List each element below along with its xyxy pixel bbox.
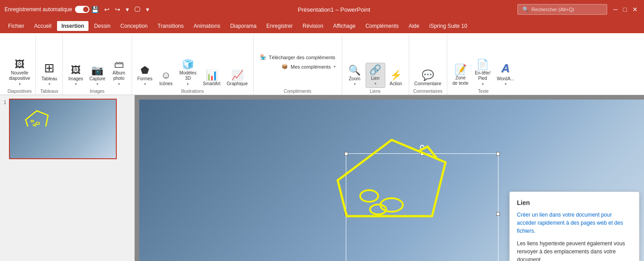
svg-marker-3 bbox=[338, 140, 446, 216]
zone-texte-button[interactable]: 📝 Zonede texte bbox=[450, 63, 472, 88]
formes-button[interactable]: ⬟ Formes ▾ bbox=[135, 64, 155, 88]
capture-button[interactable]: 📷 Capture ▾ bbox=[87, 64, 108, 88]
dropdown-icon: ▾ bbox=[354, 82, 356, 86]
ribbon-section-complements: 🏪 Télécharger des compléments 📦 Mes comp… bbox=[254, 35, 342, 95]
canvas-area: Lien Créer un lien dans votre document p… bbox=[135, 95, 644, 261]
menu-ispring[interactable]: iSpring Suite 10 bbox=[425, 21, 472, 31]
album-photo-button[interactable]: 🗃 Albumphoto ▾ bbox=[109, 58, 129, 88]
save-button[interactable]: 💾 bbox=[89, 5, 101, 14]
wordart-icon: A bbox=[501, 61, 510, 75]
link-popup: Lien Créer un lien dans votre document p… bbox=[509, 191, 640, 261]
main-area: 1 bbox=[0, 95, 644, 261]
texte-label: Texte bbox=[450, 88, 517, 95]
icones-button[interactable]: ☺ Icônes bbox=[156, 69, 176, 88]
menu-complements[interactable]: Compléments bbox=[361, 21, 403, 31]
menu-animations[interactable]: Animations bbox=[189, 21, 225, 31]
graphique-icon: 📈 bbox=[231, 70, 243, 80]
dropdown-icon: ▾ bbox=[144, 82, 146, 86]
menu-revision[interactable]: Révision bbox=[298, 21, 328, 31]
quick-tools: 💾 ↩ ↪ ▾ 🖵 ▾ bbox=[89, 5, 151, 14]
search-icon: 🔍 bbox=[522, 6, 529, 13]
lien-button[interactable]: 🔗 Lien ▾ bbox=[366, 63, 385, 88]
ribbon-section-liens: 🔍 Zoom ▾ 🔗 Lien ▾ ⚡ Action Liens bbox=[342, 35, 409, 95]
smartart-button[interactable]: 📊 SmartArt bbox=[200, 69, 223, 88]
menu-bar: Fichier Accueil Insertion Dessin Concept… bbox=[0, 19, 644, 33]
complements-buttons: 🏪 Télécharger des compléments 📦 Mes comp… bbox=[256, 36, 339, 88]
telecharger-complements-button[interactable]: 🏪 Télécharger des compléments bbox=[256, 53, 339, 61]
graphique-button[interactable]: 📈 Graphique bbox=[224, 69, 251, 88]
slide-thumbnail-1[interactable]: 1 bbox=[4, 99, 131, 159]
zoom-button[interactable]: 🔍 Zoom ▾ bbox=[345, 64, 365, 88]
images-icon: 🖼 bbox=[71, 65, 81, 75]
menu-dessin[interactable]: Dessin bbox=[89, 21, 115, 31]
smartart-icon: 📊 bbox=[206, 70, 218, 80]
modeles-3d-button[interactable]: 🧊 Modèles3D ▾ bbox=[177, 58, 199, 88]
menu-fichier[interactable]: Fichier bbox=[4, 21, 29, 31]
tableau-button[interactable]: ⊞ Tableau ▾ bbox=[39, 59, 60, 88]
menu-conception[interactable]: Conception bbox=[116, 21, 152, 31]
menu-diaporama[interactable]: Diaporama bbox=[225, 21, 261, 31]
menu-aide[interactable]: Aide bbox=[404, 21, 424, 31]
ribbon-section-illustrations: ⬟ Formes ▾ ☺ Icônes 🧊 Modèles3D ▾ 📊 Smar… bbox=[132, 35, 254, 95]
images-buttons: 🖼 Images ▾ 📷 Capture ▾ 🗃 Albumphoto ▾ bbox=[66, 36, 128, 88]
slide-number: 1 bbox=[4, 99, 6, 105]
cheese-thumb-svg bbox=[23, 109, 50, 131]
dropdown-icon: ▾ bbox=[375, 82, 376, 86]
more-button[interactable]: ▾ bbox=[144, 5, 151, 14]
store-icon: 🏪 bbox=[260, 54, 266, 60]
zoom-icon: 🔍 bbox=[348, 65, 361, 75]
tableaux-buttons: ⊞ Tableau ▾ bbox=[39, 36, 60, 88]
modeles-3d-icon: 🧊 bbox=[182, 60, 194, 70]
dropdown-icon: ▾ bbox=[482, 82, 484, 86]
maximize-button[interactable]: □ bbox=[622, 5, 629, 14]
tableau-icon: ⊞ bbox=[44, 61, 54, 75]
dropdown-icon: ▾ bbox=[75, 82, 77, 86]
cheese-svg bbox=[324, 126, 459, 234]
lien-icon: 🔗 bbox=[369, 65, 381, 75]
dropdown-icon: ▾ bbox=[187, 82, 189, 86]
menu-accueil[interactable]: Accueil bbox=[30, 21, 56, 31]
menu-enregistrer[interactable]: Enregistrer bbox=[262, 21, 297, 31]
auto-save-label: Enregistrement automatique bbox=[4, 6, 72, 13]
wordart-button[interactable]: A WordA... ▾ bbox=[494, 60, 517, 88]
popup-desc2: Les liens hypertexte peuvent également v… bbox=[517, 239, 632, 261]
popup-desc1: Créer un lien dans votre document pour a… bbox=[517, 211, 632, 235]
slide-thumb-image bbox=[9, 99, 117, 159]
album-icon: 🗃 bbox=[114, 60, 124, 70]
auto-save-toggle[interactable] bbox=[75, 6, 89, 13]
menu-affichage[interactable]: Affichage bbox=[329, 21, 360, 31]
menu-transitions[interactable]: Transitions bbox=[153, 21, 188, 31]
entete-pied-button[interactable]: 📄 En-tête/Pied ▾ bbox=[472, 58, 493, 88]
svg-point-2 bbox=[33, 124, 36, 126]
handle-tr[interactable] bbox=[496, 152, 500, 156]
icones-icon: ☺ bbox=[161, 70, 171, 80]
menu-insertion[interactable]: Insertion bbox=[57, 21, 89, 31]
svg-point-0 bbox=[31, 120, 34, 122]
present-button[interactable]: 🖵 bbox=[132, 5, 142, 14]
ribbon-section-commentaires: 💬 Commentaire Commentaires bbox=[409, 35, 447, 95]
action-icon: ⚡ bbox=[390, 70, 402, 80]
customize-button[interactable]: ▾ bbox=[124, 5, 131, 14]
close-button[interactable]: ✕ bbox=[631, 5, 640, 14]
images-button[interactable]: 🖼 Images ▾ bbox=[66, 64, 86, 88]
ribbon-section-images: 🖼 Images ▾ 📷 Capture ▾ 🗃 Albumphoto ▾ Im… bbox=[63, 35, 132, 95]
ribbon-section-tableaux: ⊞ Tableau ▾ Tableaux bbox=[36, 35, 63, 95]
ribbon-section-texte: 📝 Zonede texte 📄 En-tête/Pied ▾ A WordA.… bbox=[447, 35, 520, 95]
commentaire-button[interactable]: 💬 Commentaire bbox=[412, 69, 444, 88]
auto-save-area: Enregistrement automatique bbox=[4, 6, 89, 13]
texte-buttons: 📝 Zonede texte 📄 En-tête/Pied ▾ A WordA.… bbox=[450, 36, 517, 88]
action-button[interactable]: ⚡ Action bbox=[386, 69, 406, 88]
minimize-button[interactable]: ─ bbox=[612, 5, 620, 14]
redo-button[interactable]: ↪ bbox=[113, 5, 122, 14]
svg-point-4 bbox=[360, 190, 378, 202]
search-box[interactable]: 🔍 Rechercher (Alt+Q) bbox=[517, 4, 607, 15]
liens-label: Liens bbox=[345, 88, 406, 95]
popup-title: Lien bbox=[517, 199, 632, 206]
nouvelle-diapositive-button[interactable]: 🖼 Nouvellediapositive ▾ bbox=[6, 58, 33, 88]
undo-button[interactable]: ↩ bbox=[102, 5, 111, 14]
mes-complements-button[interactable]: 📦 Mes compléments ▾ bbox=[278, 62, 339, 71]
handle-mr[interactable] bbox=[496, 212, 500, 216]
entete-pied-icon: 📄 bbox=[476, 60, 489, 70]
liens-buttons: 🔍 Zoom ▾ 🔗 Lien ▾ ⚡ Action bbox=[345, 36, 406, 88]
tableaux-label: Tableaux bbox=[39, 88, 60, 95]
